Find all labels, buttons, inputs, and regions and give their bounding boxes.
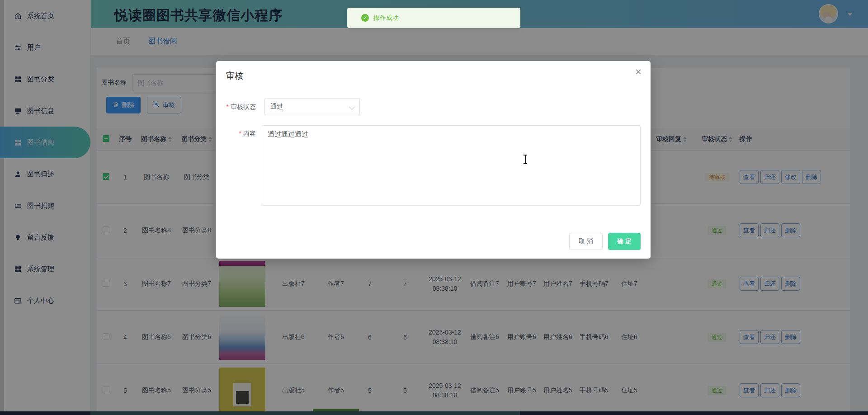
modal-footer: 取 消 确 定 (569, 233, 641, 250)
review-modal: 审核 × *审核状态 通过 *内容 通过通过通过 取 消 确 定 (216, 61, 651, 259)
content-label: *内容 (202, 130, 256, 138)
review-status-select[interactable]: 通过 (264, 98, 360, 115)
confirm-button[interactable]: 确 定 (608, 233, 641, 250)
review-status-value: 通过 (270, 103, 283, 111)
app-root: 系统首页用户图书分类图书信息图书借阅图书归还图书捐赠留言反馈系统管理个人中心 悦… (0, 0, 868, 415)
required-asterisk: * (226, 103, 229, 110)
check-circle-icon: ✓ (361, 14, 369, 22)
review-status-label: *审核状态 (202, 103, 256, 111)
close-icon[interactable]: × (635, 66, 642, 77)
success-toast: ✓ 操作成功 (347, 8, 520, 28)
chevron-down-icon (349, 104, 355, 110)
content-textarea[interactable]: 通过通过通过 (262, 125, 641, 206)
modal-title: 审核 (226, 70, 243, 82)
text-cursor (525, 155, 526, 164)
toast-message: 操作成功 (373, 14, 399, 22)
required-asterisk: * (239, 130, 241, 137)
cancel-button[interactable]: 取 消 (569, 233, 603, 250)
